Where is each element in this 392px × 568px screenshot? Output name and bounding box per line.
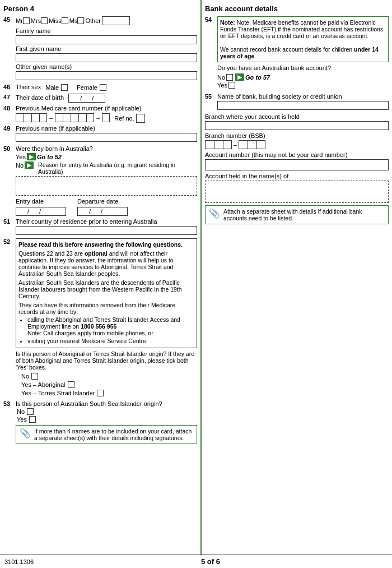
origin-question: Is this person of Aboriginal or Torres S… [16,350,197,371]
bsb-section: Branch number (BSB) – [205,132,389,149]
account-number-input[interactable] [205,159,389,170]
q52-info-box: Please read this before answering the fo… [16,238,197,348]
bank-yes-row: Yes [217,82,389,89]
mrs-checkbox[interactable] [41,17,48,24]
entry-date-group: Entry date / / [16,198,66,216]
question-46: 46 Their sex Male Female [3,84,197,91]
attachment-note-text-left: If more than 4 names are to be included … [34,428,193,441]
country-residence-input[interactable] [16,226,197,235]
departure-date-input[interactable]: / / [77,207,128,216]
prev-medicare-label: Previous Medicare card number (if applic… [16,105,197,112]
sea-islander-label: Is this person of Australian South Sea I… [16,400,197,407]
mr-checkbox[interactable] [23,17,30,24]
sea-yes-label: Yes [17,416,27,423]
q52-bullet-list: calling the Aboriginal and Torres Strait… [27,316,194,344]
other-label: Other [85,17,101,24]
yes-aboriginal-option: Yes – Aboriginal [21,381,194,388]
entry-date-label: Entry date [16,198,66,205]
born-australia-label: Were they born in Australia? [16,145,197,152]
ref-label: Ref no. [114,115,134,122]
medicare-seg3[interactable] [102,113,110,122]
entry-date-input[interactable]: / / [16,207,66,216]
bank-name-input[interactable] [217,101,389,110]
male-checkbox[interactable] [61,84,68,91]
account-held-section: Account held in the name(s) of [205,173,389,203]
q52-para2: Australian South Sea Islanders are the d… [18,279,194,299]
yes-torres-checkbox[interactable] [97,390,104,396]
ms-label: Ms [69,17,78,24]
question-51: 51 Their country of residence prior to e… [3,218,197,236]
prev-name-input[interactable] [16,133,197,142]
branch-section: Branch where your account is held [205,113,389,130]
branch-input[interactable] [205,121,389,130]
prev-name-label: Previous name (if applicable) [16,125,197,132]
sea-no-checkbox[interactable] [27,408,34,415]
first-given-name-input[interactable] [16,53,197,62]
question-53: 53 Is this person of Australian South Se… [3,400,197,444]
aboriginal-options: No Yes – Aboriginal Yes – Torres Strait … [21,373,197,396]
paperclip-icon-right: 📎 [209,208,220,219]
miss-checkbox[interactable] [62,17,68,24]
bullet1-note: Note: Call charges apply from mobile pho… [27,330,153,336]
bsb-label: Branch number (BSB) [205,132,389,139]
ref-input[interactable] [136,114,145,123]
family-name-label: Family name [16,27,197,34]
other-input[interactable] [102,16,130,25]
question-52: 52 Please read this before answering the… [3,238,197,398]
dob-input[interactable]: / / [68,94,105,103]
account-held-label: Account held in the name(s) of [205,173,389,179]
no-label-52: No [21,373,29,380]
q52-heading: Please read this before answering the fo… [18,241,194,248]
question-48: 48 Previous Medicare card number (if app… [3,105,197,123]
country-residence-label: Their country of residence prior to ente… [16,218,197,225]
other-given-names-input[interactable] [16,71,197,80]
bsb-input1[interactable] [205,140,232,149]
departure-date-group: Departure date / / [77,198,128,216]
go-to-57: Go to 57 [245,74,270,81]
medicare-dash1: – [49,114,53,121]
paperclip-icon-left: 📎 [20,428,31,438]
medicare-dash2: – [96,114,100,121]
dob-sep1: / [80,95,82,101]
no-checkbox-52[interactable] [31,373,38,380]
sea-yes-option: Yes [17,416,194,423]
question-49: 49 Previous name (if applicable) [3,125,197,143]
question-55: 55 Name of bank, building society or cre… [205,93,389,111]
account-held-input[interactable] [205,181,389,203]
note2-text: We cannot record bank account details fo… [220,46,379,59]
bank-no-arrow: ▶ [235,73,244,81]
other-given-names-label: Other given name(s) [16,63,197,70]
account-number-label: Account number (this may not be your car… [205,151,389,158]
ref-row: Ref no. [114,114,144,123]
question-54: 54 Note: Note: Medicare benefits cannot … [205,16,389,91]
go-to-52: Go to 52 [37,154,62,160]
q46-number: 46 [3,84,16,90]
mr-label: Mr [16,17,23,24]
q52-number: 52 [3,238,16,245]
ms-checkbox[interactable] [77,17,84,24]
right-section-title: Bank account details [205,4,389,13]
question-47: 47 Their date of birth / / [3,94,197,103]
question-45: 45 Mr Mrs Miss Ms Other Family nam [3,16,197,81]
born-yes-arrow: ▶ [27,153,36,160]
medicare-seg2[interactable] [55,113,94,122]
q51-number: 51 [3,218,16,225]
page-number: 5 of 6 [201,557,220,566]
yes-aboriginal-checkbox[interactable] [68,381,74,388]
bank-no-checkbox[interactable] [226,74,233,81]
q52-bullet2: visiting your nearest Medicare Service C… [27,338,194,344]
sea-no-option: No [17,408,194,415]
sea-yes-checkbox[interactable] [29,416,36,423]
q52-bullet1: calling the Aboriginal and Torres Strait… [27,316,194,336]
bsb-input2[interactable] [239,140,265,149]
note-text: Note: Medicare benefits cannot be paid v… [220,19,383,39]
q53-number: 53 [3,400,16,407]
bank-yes-checkbox[interactable] [228,82,235,89]
female-label: Female [77,84,97,91]
female-checkbox[interactable] [100,84,106,91]
medicare-seg1[interactable] [16,113,47,122]
reason-input[interactable] [16,176,197,196]
family-name-input[interactable] [16,35,197,44]
bank-question-label: Do you have an Australian bank account? [217,64,389,71]
bank-no-label: No [217,74,225,81]
